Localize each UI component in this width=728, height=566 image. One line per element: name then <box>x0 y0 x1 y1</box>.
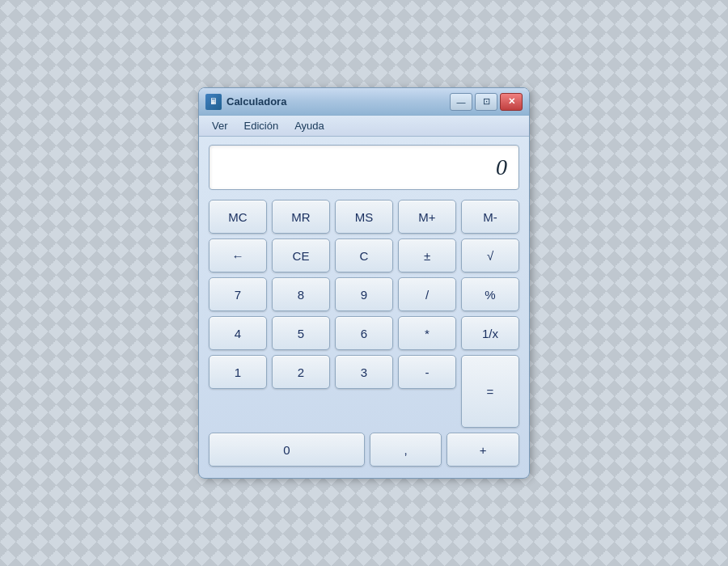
multiply-button[interactable]: * <box>398 316 456 350</box>
two-button[interactable]: 2 <box>272 355 330 389</box>
four-button[interactable]: 4 <box>209 316 267 350</box>
display-value: 0 <box>496 154 507 180</box>
six-button[interactable]: 6 <box>335 316 393 350</box>
clear-row: ← CE C ± √ <box>209 239 519 272</box>
comma-button[interactable]: , <box>370 433 442 467</box>
equals-button[interactable]: = <box>461 355 519 428</box>
plusminus-button[interactable]: ± <box>398 239 456 272</box>
reciprocal-button[interactable]: 1/x <box>461 316 519 350</box>
row-0: 0 , + <box>209 433 519 467</box>
divide-button[interactable]: / <box>398 277 456 311</box>
mminus-button[interactable]: M- <box>461 200 519 234</box>
menu-bar: Ver Edición Ayuda <box>199 116 529 137</box>
backspace-button[interactable]: ← <box>209 239 267 272</box>
memory-row: MC MR MS M+ M- <box>209 200 519 234</box>
calculator-body: 0 MC MR MS M+ M- ← CE C ± √ 7 <box>199 137 529 478</box>
display-panel: 0 <box>209 145 519 190</box>
restore-button[interactable]: ⊡ <box>475 93 497 111</box>
row-789: 7 8 9 / % <box>209 277 519 311</box>
window-title: Calculadora <box>226 95 450 108</box>
app-icon: 🖩 <box>205 94 222 110</box>
menu-ayuda[interactable]: Ayuda <box>290 118 329 133</box>
one-button[interactable]: 1 <box>209 355 267 389</box>
percent-button[interactable]: % <box>461 277 519 311</box>
seven-button[interactable]: 7 <box>209 277 267 311</box>
three-button[interactable]: 3 <box>335 355 393 389</box>
row-456: 4 5 6 * 1/x <box>209 316 519 350</box>
calculator-window: 🖩 Calculadora — ⊡ ✕ Ver Edición Ayuda 0 … <box>198 87 530 479</box>
five-button[interactable]: 5 <box>272 316 330 350</box>
menu-edicion[interactable]: Edición <box>239 118 284 133</box>
window-controls: — ⊡ ✕ <box>450 93 523 111</box>
mr-button[interactable]: MR <box>272 200 330 234</box>
ce-button[interactable]: CE <box>272 239 330 272</box>
close-button[interactable]: ✕ <box>500 93 523 111</box>
minimize-button[interactable]: — <box>450 93 472 111</box>
sqrt-button[interactable]: √ <box>461 239 519 272</box>
mplus-button[interactable]: M+ <box>398 200 456 234</box>
add-button[interactable]: + <box>447 433 519 467</box>
ms-button[interactable]: MS <box>335 200 393 234</box>
mc-button[interactable]: MC <box>209 200 267 234</box>
menu-ver[interactable]: Ver <box>207 118 233 133</box>
title-bar: 🖩 Calculadora — ⊡ ✕ <box>199 88 529 116</box>
buttons-grid: MC MR MS M+ M- ← CE C ± √ 7 8 9 / % <box>209 200 519 467</box>
c-button[interactable]: C <box>335 239 393 272</box>
subtract-button[interactable]: - <box>398 355 456 389</box>
eight-button[interactable]: 8 <box>272 277 330 311</box>
zero-button[interactable]: 0 <box>209 433 365 467</box>
row-123: 1 2 3 - = <box>209 355 519 428</box>
nine-button[interactable]: 9 <box>335 277 393 311</box>
